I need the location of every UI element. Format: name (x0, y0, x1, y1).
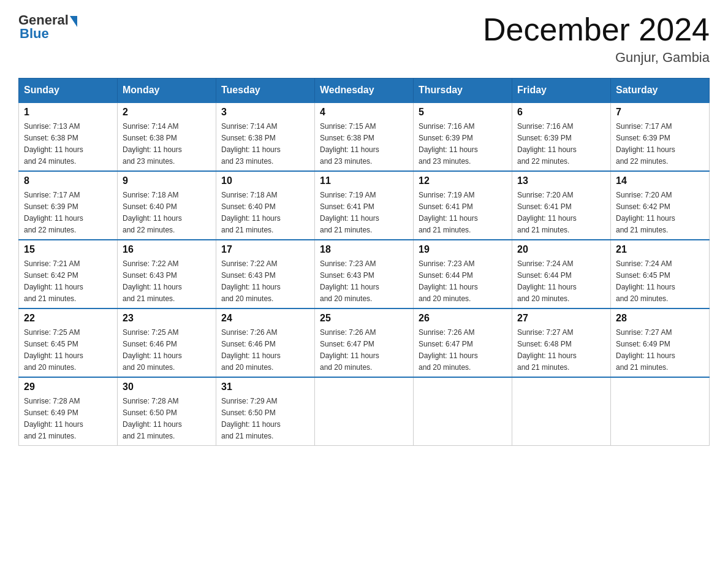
calendar-day-cell: 2 Sunrise: 7:14 AMSunset: 6:38 PMDayligh… (118, 102, 216, 171)
calendar-week-row: 8 Sunrise: 7:17 AMSunset: 6:39 PMDayligh… (19, 171, 710, 240)
day-number: 12 (419, 175, 507, 186)
calendar-day-cell: 5 Sunrise: 7:16 AMSunset: 6:39 PMDayligh… (414, 102, 512, 171)
calendar-day-cell: 15 Sunrise: 7:21 AMSunset: 6:42 PMDaylig… (19, 240, 118, 308)
calendar-header-cell: Tuesday (216, 79, 315, 103)
calendar-day-cell: 21 Sunrise: 7:24 AMSunset: 6:45 PMDaylig… (611, 240, 710, 308)
day-info: Sunrise: 7:16 AMSunset: 6:39 PMDaylight:… (517, 122, 577, 166)
calendar-table: SundayMondayTuesdayWednesdayThursdayFrid… (18, 78, 710, 446)
calendar-day-cell: 4 Sunrise: 7:15 AMSunset: 6:38 PMDayligh… (315, 102, 414, 171)
calendar-day-cell (315, 377, 414, 446)
day-number: 4 (320, 107, 408, 118)
calendar-day-cell: 3 Sunrise: 7:14 AMSunset: 6:38 PMDayligh… (216, 102, 315, 171)
calendar-header-cell: Thursday (414, 79, 512, 103)
day-number: 14 (616, 175, 704, 186)
day-number: 18 (320, 244, 408, 255)
day-info: Sunrise: 7:25 AMSunset: 6:45 PMDaylight:… (24, 328, 83, 372)
day-info: Sunrise: 7:19 AMSunset: 6:41 PMDaylight:… (320, 191, 379, 234)
calendar-day-cell: 31 Sunrise: 7:29 AMSunset: 6:50 PMDaylig… (216, 377, 315, 446)
calendar-day-cell: 24 Sunrise: 7:26 AMSunset: 6:46 PMDaylig… (216, 308, 315, 377)
calendar-day-cell: 28 Sunrise: 7:27 AMSunset: 6:49 PMDaylig… (611, 308, 710, 377)
day-info: Sunrise: 7:24 AMSunset: 6:44 PMDaylight:… (517, 259, 577, 303)
day-info: Sunrise: 7:13 AMSunset: 6:38 PMDaylight:… (24, 122, 83, 166)
day-info: Sunrise: 7:18 AMSunset: 6:40 PMDaylight:… (123, 191, 182, 234)
calendar-day-cell (414, 377, 512, 446)
day-number: 9 (123, 175, 211, 186)
day-info: Sunrise: 7:14 AMSunset: 6:38 PMDaylight:… (221, 122, 281, 166)
day-info: Sunrise: 7:14 AMSunset: 6:38 PMDaylight:… (123, 122, 182, 166)
day-number: 2 (123, 107, 211, 118)
day-info: Sunrise: 7:22 AMSunset: 6:43 PMDaylight:… (123, 259, 182, 303)
day-number: 28 (616, 313, 704, 324)
day-info: Sunrise: 7:27 AMSunset: 6:49 PMDaylight:… (616, 328, 675, 372)
calendar-day-cell: 29 Sunrise: 7:28 AMSunset: 6:49 PMDaylig… (19, 377, 118, 446)
day-info: Sunrise: 7:17 AMSunset: 6:39 PMDaylight:… (24, 191, 83, 234)
calendar-header-cell: Friday (512, 79, 611, 103)
day-info: Sunrise: 7:27 AMSunset: 6:48 PMDaylight:… (517, 328, 577, 372)
day-info: Sunrise: 7:20 AMSunset: 6:41 PMDaylight:… (517, 191, 577, 234)
day-number: 11 (320, 175, 408, 186)
calendar-day-cell: 16 Sunrise: 7:22 AMSunset: 6:43 PMDaylig… (118, 240, 216, 308)
calendar-day-cell (611, 377, 710, 446)
calendar-day-cell: 19 Sunrise: 7:23 AMSunset: 6:44 PMDaylig… (414, 240, 512, 308)
day-number: 30 (123, 381, 211, 393)
day-number: 26 (419, 313, 507, 324)
day-info: Sunrise: 7:23 AMSunset: 6:43 PMDaylight:… (320, 259, 379, 303)
day-info: Sunrise: 7:17 AMSunset: 6:39 PMDaylight:… (616, 122, 675, 166)
calendar-header-cell: Saturday (611, 79, 710, 103)
calendar-header-row: SundayMondayTuesdayWednesdayThursdayFrid… (19, 79, 710, 103)
calendar-day-cell: 25 Sunrise: 7:26 AMSunset: 6:47 PMDaylig… (315, 308, 414, 377)
day-number: 21 (616, 244, 704, 255)
day-number: 27 (517, 313, 605, 324)
calendar-header-cell: Sunday (19, 79, 118, 103)
calendar-day-cell: 8 Sunrise: 7:17 AMSunset: 6:39 PMDayligh… (19, 171, 118, 240)
day-info: Sunrise: 7:24 AMSunset: 6:45 PMDaylight:… (616, 259, 675, 303)
day-info: Sunrise: 7:28 AMSunset: 6:49 PMDaylight:… (24, 397, 83, 440)
day-info: Sunrise: 7:22 AMSunset: 6:43 PMDaylight:… (221, 259, 281, 303)
calendar-day-cell: 23 Sunrise: 7:25 AMSunset: 6:46 PMDaylig… (118, 308, 216, 377)
day-number: 17 (221, 244, 309, 255)
day-info: Sunrise: 7:29 AMSunset: 6:50 PMDaylight:… (221, 397, 281, 440)
calendar-day-cell: 20 Sunrise: 7:24 AMSunset: 6:44 PMDaylig… (512, 240, 611, 308)
page-header: General Blue December 2024 Gunjur, Gambi… (18, 12, 710, 66)
day-number: 13 (517, 175, 605, 186)
title-block: December 2024 Gunjur, Gambia (483, 12, 710, 66)
day-number: 1 (24, 107, 112, 118)
day-number: 19 (419, 244, 507, 255)
day-info: Sunrise: 7:25 AMSunset: 6:46 PMDaylight:… (123, 328, 182, 372)
calendar-day-cell: 22 Sunrise: 7:25 AMSunset: 6:45 PMDaylig… (19, 308, 118, 377)
calendar-day-cell: 18 Sunrise: 7:23 AMSunset: 6:43 PMDaylig… (315, 240, 414, 308)
day-info: Sunrise: 7:23 AMSunset: 6:44 PMDaylight:… (419, 259, 478, 303)
calendar-week-row: 29 Sunrise: 7:28 AMSunset: 6:49 PMDaylig… (19, 377, 710, 446)
day-info: Sunrise: 7:28 AMSunset: 6:50 PMDaylight:… (123, 397, 182, 440)
day-number: 16 (123, 244, 211, 255)
calendar-day-cell: 27 Sunrise: 7:27 AMSunset: 6:48 PMDaylig… (512, 308, 611, 377)
calendar-week-row: 15 Sunrise: 7:21 AMSunset: 6:42 PMDaylig… (19, 240, 710, 308)
calendar-week-row: 1 Sunrise: 7:13 AMSunset: 6:38 PMDayligh… (19, 102, 710, 171)
calendar-day-cell: 12 Sunrise: 7:19 AMSunset: 6:41 PMDaylig… (414, 171, 512, 240)
calendar-day-cell: 13 Sunrise: 7:20 AMSunset: 6:41 PMDaylig… (512, 171, 611, 240)
day-info: Sunrise: 7:26 AMSunset: 6:46 PMDaylight:… (221, 328, 281, 372)
logo-blue-text: Blue (18, 26, 49, 42)
day-number: 15 (24, 244, 112, 255)
calendar-day-cell: 1 Sunrise: 7:13 AMSunset: 6:38 PMDayligh… (19, 102, 118, 171)
calendar-day-cell: 7 Sunrise: 7:17 AMSunset: 6:39 PMDayligh… (611, 102, 710, 171)
day-number: 3 (221, 107, 309, 118)
calendar-day-cell: 14 Sunrise: 7:20 AMSunset: 6:42 PMDaylig… (611, 171, 710, 240)
calendar-header-cell: Monday (118, 79, 216, 103)
calendar-day-cell: 30 Sunrise: 7:28 AMSunset: 6:50 PMDaylig… (118, 377, 216, 446)
day-info: Sunrise: 7:26 AMSunset: 6:47 PMDaylight:… (320, 328, 379, 372)
day-info: Sunrise: 7:16 AMSunset: 6:39 PMDaylight:… (419, 122, 478, 166)
day-number: 10 (221, 175, 309, 186)
day-number: 22 (24, 313, 112, 324)
day-info: Sunrise: 7:15 AMSunset: 6:38 PMDaylight:… (320, 122, 379, 166)
day-number: 7 (616, 107, 704, 118)
day-number: 31 (221, 381, 309, 393)
calendar-header-cell: Wednesday (315, 79, 414, 103)
calendar-day-cell: 17 Sunrise: 7:22 AMSunset: 6:43 PMDaylig… (216, 240, 315, 308)
day-number: 20 (517, 244, 605, 255)
calendar-day-cell: 11 Sunrise: 7:19 AMSunset: 6:41 PMDaylig… (315, 171, 414, 240)
day-number: 24 (221, 313, 309, 324)
day-number: 8 (24, 175, 112, 186)
day-number: 29 (24, 381, 112, 393)
calendar-week-row: 22 Sunrise: 7:25 AMSunset: 6:45 PMDaylig… (19, 308, 710, 377)
